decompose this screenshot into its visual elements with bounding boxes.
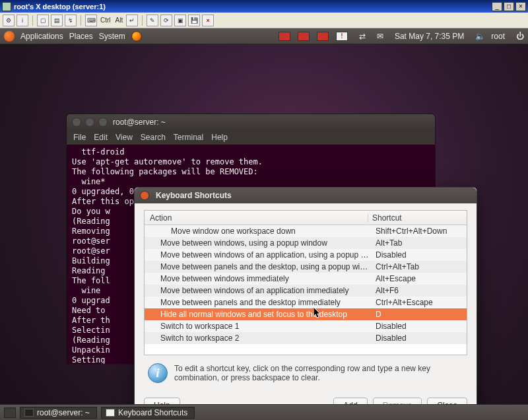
vnc-tool-info-icon[interactable]: i xyxy=(16,15,28,26)
dialog-titlebar[interactable]: Keyboard Shortcuts xyxy=(135,188,477,203)
hint-text: To edit a shortcut key, click on the cor… xyxy=(174,364,463,382)
indicator-2[interactable] xyxy=(298,32,310,41)
vnc-tool-save-icon[interactable]: 💾 xyxy=(188,15,200,26)
vnc-tool-cad-icon[interactable]: ↯ xyxy=(65,15,77,26)
terminal-menubar: File Edit View Search Terminal Help xyxy=(67,130,435,145)
taskbar-item[interactable]: Keyboard Shortcuts xyxy=(101,407,195,419)
vnc-tool-fullscreen-icon[interactable]: ▢ xyxy=(37,15,49,26)
row-shortcut: Shift+Ctrl+Alt+Down xyxy=(372,227,467,236)
vnc-tool-ctrl-toggle[interactable]: ⌨ xyxy=(85,15,97,26)
vnc-close-button[interactable]: × xyxy=(515,2,526,11)
gnome-panel-bottom: root@server: ~Keyboard Shortcuts xyxy=(0,404,528,420)
vnc-alt-label: Alt xyxy=(114,17,125,24)
table-row[interactable]: Move between windows, using a popup wind… xyxy=(145,237,467,249)
terminal-close-button[interactable] xyxy=(72,118,81,127)
hint-row: i To edit a shortcut key, click on the c… xyxy=(148,363,463,383)
power-icon[interactable]: ⏻ xyxy=(516,32,524,41)
table-row[interactable]: Hide all normal windows and set focus to… xyxy=(145,308,467,320)
row-action: Move between panels and the desktop, usi… xyxy=(145,262,372,271)
vnc-tool-options-icon[interactable]: ⚙ xyxy=(3,15,15,26)
mail-icon[interactable]: ✉ xyxy=(377,32,383,41)
row-action: Switch to workspace 2 xyxy=(145,333,372,343)
terminal-titlebar[interactable]: root@server: ~ xyxy=(67,114,435,130)
row-action: Move between windows immediately xyxy=(145,274,372,283)
indicator-1[interactable] xyxy=(279,32,290,41)
vnc-window-title: root's X desktop (server:1) xyxy=(14,3,490,11)
network-icon[interactable]: ⇄ xyxy=(359,32,366,41)
table-row[interactable]: Switch to workspace 2Disabled xyxy=(145,332,467,344)
user-menu[interactable]: root xyxy=(491,32,505,41)
dialog-close-button[interactable] xyxy=(140,191,149,200)
vnc-toolbar: ⚙ i ▢ ▤ ↯ ⌨ Ctrl Alt ↵ ✎ ⟳ ▣ 💾 × xyxy=(0,13,528,28)
row-shortcut: Disabled xyxy=(372,322,467,331)
menu-help[interactable]: Help xyxy=(211,133,228,142)
row-action: Move between panels and the desktop imme… xyxy=(145,298,372,307)
menu-file[interactable]: File xyxy=(73,133,86,142)
row-shortcut: Alt+F6 xyxy=(372,286,467,295)
vnc-minimize-button[interactable]: _ xyxy=(492,2,502,11)
vnc-tool-send-key-icon[interactable]: ↵ xyxy=(126,15,138,26)
terminal-maximize-button[interactable] xyxy=(98,118,108,127)
menu-view[interactable]: View xyxy=(116,133,133,142)
table-row[interactable]: Move between panels and the desktop imme… xyxy=(145,297,467,308)
row-shortcut: Ctrl+Alt+Escape xyxy=(372,298,467,307)
vnc-tool-toolbar2-icon[interactable]: ▤ xyxy=(51,15,63,26)
terminal-minimize-button[interactable] xyxy=(85,118,94,127)
list-header: Action Shortcut xyxy=(145,211,467,225)
list-rows[interactable]: Move window one workspace downShift+Ctrl… xyxy=(145,225,467,355)
vnc-app-icon xyxy=(2,2,11,11)
volume-icon[interactable]: 🔈 xyxy=(475,32,485,41)
menu-edit[interactable]: Edit xyxy=(94,133,108,142)
menu-places[interactable]: Places xyxy=(69,32,93,41)
taskbar: root@server: ~Keyboard Shortcuts xyxy=(20,407,195,419)
row-action: Move window one workspace down xyxy=(145,227,372,236)
menu-system[interactable]: System xyxy=(99,32,125,41)
row-shortcut: Alt+Escape xyxy=(372,274,467,283)
taskbar-item[interactable]: root@server: ~ xyxy=(20,407,97,419)
ubuntu-logo-icon[interactable] xyxy=(4,31,15,42)
terminal-icon xyxy=(24,409,34,417)
table-row[interactable]: Switch to workspace 1Disabled xyxy=(145,320,467,332)
table-row[interactable]: Move between windows immediatelyAlt+Esca… xyxy=(145,273,467,285)
indicator-3[interactable] xyxy=(317,32,329,41)
row-action: Hide all normal windows and set focus to… xyxy=(145,310,372,319)
vnc-tool-clipboard-icon[interactable]: ✎ xyxy=(147,15,158,26)
keyboard-shortcuts-dialog: Keyboard Shortcuts Action Shortcut Move … xyxy=(134,187,477,420)
vnc-tool-disconnect-icon[interactable]: × xyxy=(202,15,214,26)
dialog-title: Keyboard Shortcuts xyxy=(156,191,232,200)
guest-desktop: Applications Places System ! ⇄ ✉ Sat May… xyxy=(0,28,528,420)
menu-terminal[interactable]: Terminal xyxy=(174,133,203,142)
row-shortcut: Disabled xyxy=(372,333,467,343)
row-shortcut: D xyxy=(372,310,467,319)
firefox-launcher-icon[interactable] xyxy=(131,31,142,42)
keyboard-icon xyxy=(106,409,115,417)
row-action: Move between windows, using a popup wind… xyxy=(145,238,372,248)
row-shortcut: Ctrl+Alt+Tab xyxy=(372,262,467,271)
row-shortcut: Alt+Tab xyxy=(372,238,467,248)
vnc-titlebar: root's X desktop (server:1) _ □ × xyxy=(0,0,528,13)
terminal-title: root@server: ~ xyxy=(113,118,166,127)
taskbar-label: Keyboard Shortcuts xyxy=(118,408,187,417)
panel-clock[interactable]: Sat May 7, 7:35 PM xyxy=(395,32,464,41)
vnc-maximize-button[interactable]: □ xyxy=(504,2,514,11)
vnc-toolbar-separator xyxy=(81,15,81,26)
row-action: Switch to workspace 1 xyxy=(145,322,372,331)
shortcuts-list: Action Shortcut Move window one workspac… xyxy=(144,210,467,355)
vnc-tool-newconn-icon[interactable]: ▣ xyxy=(174,15,186,26)
vnc-toolbar-separator xyxy=(142,15,143,26)
table-row[interactable]: Move between windows of an application, … xyxy=(145,249,467,261)
row-action: Move between windows of an application i… xyxy=(145,286,372,295)
gnome-panel-top: Applications Places System ! ⇄ ✉ Sat May… xyxy=(0,28,528,44)
show-desktop-button[interactable] xyxy=(4,407,16,418)
menu-search[interactable]: Search xyxy=(141,133,166,142)
row-shortcut: Disabled xyxy=(372,250,467,260)
vnc-tool-refresh-icon[interactable]: ⟳ xyxy=(160,15,172,26)
taskbar-label: root@server: ~ xyxy=(37,408,90,417)
table-row[interactable]: Move window one workspace downShift+Ctrl… xyxy=(145,225,467,237)
table-row[interactable]: Move between panels and the desktop, usi… xyxy=(145,261,467,273)
table-row[interactable]: Move between windows of an application i… xyxy=(145,285,467,297)
menu-applications[interactable]: Applications xyxy=(20,32,63,41)
col-shortcut[interactable]: Shortcut xyxy=(368,213,467,223)
col-action[interactable]: Action xyxy=(145,213,368,223)
indicator-alert[interactable]: ! xyxy=(336,32,348,41)
